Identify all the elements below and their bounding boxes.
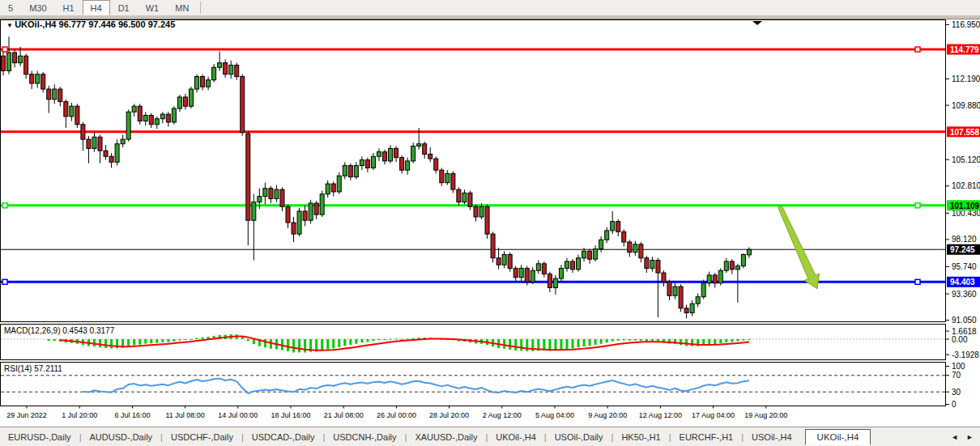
time-axis-label: 18 Jul 16:00 xyxy=(271,411,310,419)
time-axis-label: 21 Jul 08:00 xyxy=(324,411,364,419)
timeframe-button-d1[interactable]: D1 xyxy=(110,0,138,15)
price-tick-label: 93.360 xyxy=(952,290,977,299)
macd-label: MACD(12,26,9) 0.4543 0.3177 xyxy=(4,326,115,335)
symbol-tab-usoil-daily[interactable]: USOil-,Daily xyxy=(547,430,611,444)
symbol-tab-eurchf-h1[interactable]: EURCHF-,H1 xyxy=(671,430,742,444)
line-handle[interactable] xyxy=(915,47,920,52)
price-badge-label: 114.779 xyxy=(950,45,979,54)
time-axis-label: 28 Jul 20:00 xyxy=(429,411,469,419)
rsi-label: RSI(14) 57.2111 xyxy=(4,364,62,373)
price-tick-label: 98.120 xyxy=(952,235,977,244)
rsi-tick-label: 70 xyxy=(952,371,961,380)
time-axis-label: 1 Jul 20:00 xyxy=(62,411,97,419)
timeframe-button-mn[interactable]: MN xyxy=(167,0,197,15)
symbol-tab-usoil-h4[interactable]: USOil-,H4 xyxy=(744,430,800,444)
timeframe-toolbar: 5M30H1H4D1W1MN xyxy=(0,0,980,16)
price-tick-label: 95.740 xyxy=(952,262,977,271)
price-tick-label: 116.950 xyxy=(952,20,980,29)
symbol-tab-usdchf-daily[interactable]: USDCHF-,Daily xyxy=(163,430,241,444)
price-badge-label: 107.558 xyxy=(950,128,980,137)
timeframe-button-m30[interactable]: M30 xyxy=(21,0,54,15)
price-tick-label: 102.810 xyxy=(952,181,980,190)
symbol-tab-xauusd-daily[interactable]: XAUUSD-,Daily xyxy=(407,430,485,444)
time-axis-label: 5 Aug 04:00 xyxy=(535,411,574,419)
line-handle[interactable] xyxy=(2,47,7,52)
symbol-tab-usdcad-daily[interactable]: USDCAD-,Daily xyxy=(244,430,323,444)
macd-tick-label: -3.1928 xyxy=(952,350,979,359)
chart-title: ▼ UKOil-,H4 96.777 97.446 96.500 97.245 xyxy=(6,19,175,29)
rsi-tick-label: 100 xyxy=(952,362,965,371)
toolbar-separator xyxy=(200,2,201,14)
tab-scroll-left-icon[interactable]: ◄ xyxy=(951,433,958,441)
macd-tick-label: 0.00 xyxy=(952,335,968,344)
macd-panel[interactable] xyxy=(1,325,946,360)
timeframe-button-5[interactable]: 5 xyxy=(0,0,21,15)
line-handle[interactable] xyxy=(915,203,920,208)
symbol-tab-ukoil-h4[interactable]: UKOil-,H4 xyxy=(488,430,544,444)
price-tick-label: 112.190 xyxy=(952,74,980,83)
rsi-tick-label: 0 xyxy=(952,400,957,409)
symbol-tab-usdcnh-daily[interactable]: USDCNH-,Daily xyxy=(325,430,404,444)
time-axis-label: 11 Jul 08:00 xyxy=(165,411,204,419)
symbol-dropdown-icon: ▼ xyxy=(6,22,15,29)
line-handle[interactable] xyxy=(915,279,920,284)
line-handle[interactable] xyxy=(2,203,7,208)
time-axis-label: 9 Aug 20:00 xyxy=(588,411,627,419)
price-badge-label: 94.403 xyxy=(950,278,975,287)
symbol-tab-ukoil-h4[interactable]: UKOil-,H4 xyxy=(805,429,871,445)
time-axis-label: 14 Jul 00:00 xyxy=(218,411,258,419)
price-panel[interactable] xyxy=(1,20,946,322)
timeframe-button-h4[interactable]: H4 xyxy=(83,0,110,15)
tab-scroll-right-icon[interactable]: ► xyxy=(966,433,974,441)
symbol-tab-eurusd-daily[interactable]: EURUSD-,Daily xyxy=(0,430,79,444)
trading-terminal: 5M30H1H4D1W1MN 116.950112.190109.880105.… xyxy=(0,0,980,446)
time-axis-label: 6 Jul 16:00 xyxy=(114,411,150,419)
price-badge-label: 101.109 xyxy=(950,202,980,210)
rsi-tick-label: 30 xyxy=(952,388,961,397)
time-axis-label: 29 Jun 2022 xyxy=(6,411,47,419)
chart-area[interactable]: 116.950112.190109.880105.120102.810100.4… xyxy=(0,16,980,427)
price-tick-label: 91.050 xyxy=(952,316,977,325)
line-handle[interactable] xyxy=(2,279,7,284)
symbol-tab-hk50-h1[interactable]: HK50-,H1 xyxy=(613,430,668,444)
time-axis-label: 2 Aug 12:00 xyxy=(483,411,522,419)
price-tick-label: 109.880 xyxy=(952,101,980,110)
symbol-tab-audusd-daily[interactable]: AUDUSD-,Daily xyxy=(81,430,160,444)
symbol-tab-bar: EURUSD-,Daily|AUDUSD-,Daily|USDCHF-,Dail… xyxy=(0,427,980,446)
time-axis-label: 17 Aug 04:00 xyxy=(692,411,735,419)
timeframe-button-h1[interactable]: H1 xyxy=(55,0,83,15)
time-axis-label: 12 Aug 12:00 xyxy=(639,411,682,419)
timeframe-button-w1[interactable]: W1 xyxy=(138,0,168,15)
rsi-panel[interactable] xyxy=(1,363,946,406)
time-axis-label: 26 Jul 00:00 xyxy=(377,411,416,419)
price-tick-label: 105.120 xyxy=(952,155,980,164)
price-badge-label: 97.245 xyxy=(950,245,975,254)
time-axis-label: 19 Aug 20:00 xyxy=(744,411,787,419)
